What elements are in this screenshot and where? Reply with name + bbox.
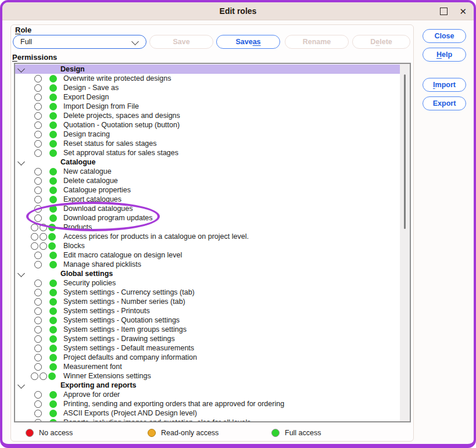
radio-button[interactable]: [34, 205, 42, 213]
chevron-down-icon[interactable]: [17, 381, 25, 389]
radio-button[interactable]: [31, 233, 38, 241]
radio-button[interactable]: [34, 400, 42, 408]
tree-item-row[interactable]: Blocks: [15, 241, 400, 250]
legend-item: Full access: [271, 428, 321, 438]
save-as-button[interactable]: Save as: [216, 35, 280, 49]
radio-button[interactable]: [34, 335, 42, 343]
tree-item-row[interactable]: Export catalogues: [15, 195, 400, 204]
chevron-down-icon[interactable]: [17, 158, 25, 166]
tree-item-row[interactable]: Access prices for products in a catalogu…: [15, 232, 400, 241]
delete-button[interactable]: Delete: [352, 35, 410, 49]
tree-item-row[interactable]: System settings - Printouts: [15, 306, 400, 316]
radio-button[interactable]: [34, 298, 42, 306]
radio-button[interactable]: [34, 261, 42, 268]
tree-item-row[interactable]: Import Design from File: [15, 102, 400, 111]
tree-item-row[interactable]: System settings - Drawing settings: [15, 334, 400, 343]
tree-item-row[interactable]: System settings - Number series (tab): [15, 297, 400, 306]
tree-item-row[interactable]: Design - Save as: [15, 83, 400, 92]
tree-item-row[interactable]: Set approval status for sales stages: [15, 148, 400, 157]
tree-category-row[interactable]: Exporting and reports: [15, 381, 400, 390]
tree-item-row[interactable]: Winner Extensions settings: [15, 371, 400, 381]
tree-item-row[interactable]: Printing, sending and exporting orders t…: [15, 399, 400, 408]
radio-button[interactable]: [34, 187, 42, 194]
radio-button[interactable]: [34, 112, 42, 120]
radio-button[interactable]: [34, 410, 42, 417]
radio-button[interactable]: [34, 363, 42, 371]
radio-button[interactable]: [34, 289, 42, 296]
tree-item-row[interactable]: System settings - Item groups settings: [15, 325, 400, 334]
tree-item-row[interactable]: Delete catalogue: [15, 176, 400, 185]
legend-item: Read-only access: [148, 428, 219, 438]
close-icon[interactable]: ✕: [459, 7, 467, 16]
radio-button[interactable]: [34, 103, 42, 110]
radio-button[interactable]: [34, 354, 42, 361]
radio-button[interactable]: [34, 196, 42, 203]
save-button[interactable]: Save: [149, 35, 213, 49]
chevron-down-icon[interactable]: [17, 270, 25, 277]
radio-button[interactable]: [34, 419, 42, 423]
tree-item-row[interactable]: Export Design: [15, 92, 400, 102]
tree-item-row[interactable]: Edit macro catalogue on design level: [15, 250, 400, 260]
radio-button[interactable]: [34, 214, 42, 222]
tree-item-row[interactable]: System settings - Currency settings (tab…: [15, 288, 400, 297]
tree-item-row[interactable]: Project defaults and company information: [15, 353, 400, 362]
tree-item-row[interactable]: ASCII Exports (Project AND Design level): [15, 408, 400, 418]
radio-button[interactable]: [40, 233, 47, 241]
radio-button[interactable]: [34, 326, 42, 334]
radio-button[interactable]: [34, 391, 42, 399]
tree-category-row[interactable]: Design: [15, 64, 400, 74]
role-dropdown[interactable]: Full: [13, 35, 146, 49]
scrollbar-thumb[interactable]: [404, 74, 406, 229]
tree-item-row[interactable]: Measurement font: [15, 362, 400, 371]
tree-item-row[interactable]: Overwrite write protected designs: [15, 74, 400, 83]
tree-item-row[interactable]: Security policies: [15, 278, 400, 288]
radio-button[interactable]: [34, 252, 42, 259]
tree-item-row[interactable]: Reports, including images and quotation,…: [15, 418, 400, 422]
tree-category-row[interactable]: Catalogue: [15, 157, 400, 167]
radio-button[interactable]: [40, 224, 47, 231]
maximize-icon[interactable]: [440, 8, 448, 15]
radio-button[interactable]: [31, 224, 38, 231]
radio-button[interactable]: [34, 75, 42, 83]
radio-button[interactable]: [40, 242, 47, 250]
permission-label: System settings - Number series (tab): [63, 297, 185, 306]
radio-button[interactable]: [34, 168, 42, 175]
radio-button[interactable]: [34, 317, 42, 324]
radio-button[interactable]: [34, 279, 42, 287]
radio-button[interactable]: [34, 140, 42, 148]
radio-button[interactable]: [34, 131, 42, 138]
tree-category-row[interactable]: Global settings: [15, 269, 400, 278]
tree-item-row[interactable]: System settings - Default measurements: [15, 343, 400, 353]
export-button[interactable]: Export: [423, 96, 466, 110]
tree-item-row[interactable]: Catalogue properties: [15, 185, 400, 195]
tree-item-row[interactable]: Download catalogues: [15, 204, 400, 213]
scrollbar[interactable]: [400, 64, 410, 421]
tree-item-row[interactable]: Delete projects, spaces and designs: [15, 111, 400, 120]
radio-button[interactable]: [34, 345, 42, 352]
radio-button[interactable]: [34, 149, 42, 157]
rename-button[interactable]: Rename: [285, 35, 349, 49]
tree-item-row[interactable]: Manage shared picklists: [15, 260, 400, 269]
help-button[interactable]: Help: [423, 48, 466, 62]
tree-item-row[interactable]: Design tracing: [15, 130, 400, 139]
tree-item-row[interactable]: Approve for order: [15, 390, 400, 399]
radio-button[interactable]: [31, 372, 38, 380]
radio-button[interactable]: [34, 121, 42, 129]
radio-button[interactable]: [34, 307, 42, 315]
radio-button[interactable]: [40, 372, 47, 380]
radio-button[interactable]: [34, 94, 42, 101]
radio-button[interactable]: [34, 84, 42, 92]
radio-button[interactable]: [31, 242, 38, 250]
tree-item-row[interactable]: Reset status for sales stages: [15, 139, 400, 148]
close-button[interactable]: Close: [423, 29, 466, 43]
tree-item-row[interactable]: Download program updates: [15, 213, 400, 223]
tree-item-row[interactable]: Quotation - Quotation setup (button): [15, 120, 400, 130]
radio-button[interactable]: [34, 177, 42, 185]
titlebar[interactable]: Edit roles ✕: [2, 2, 474, 20]
category-label: Exporting and reports: [60, 381, 137, 390]
tree-item-row[interactable]: Products: [15, 223, 400, 232]
chevron-down-icon[interactable]: [17, 65, 25, 73]
tree-item-row[interactable]: New catalogue: [15, 167, 400, 176]
import-button[interactable]: Import: [423, 78, 466, 92]
tree-item-row[interactable]: System settings - Quotation settings: [15, 316, 400, 325]
